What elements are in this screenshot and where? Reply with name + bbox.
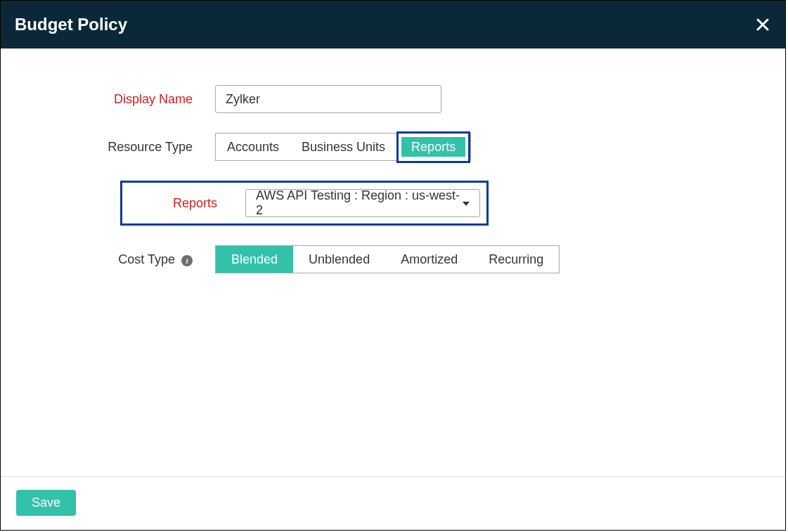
resource-type-business-units[interactable]: Business Units	[290, 134, 396, 160]
modal-header: Budget Policy	[1, 1, 785, 48]
info-icon[interactable]: i	[181, 255, 193, 266]
close-icon[interactable]	[754, 16, 771, 33]
resource-type-group: Accounts Business Units Reports	[215, 133, 471, 161]
display-name-row: Display Name	[1, 85, 785, 113]
reports-highlight-box: Reports AWS API Testing : Region : us-we…	[120, 181, 489, 226]
budget-policy-modal: Budget Policy Display Name Resource Type…	[0, 0, 786, 531]
modal-footer: Save	[1, 476, 785, 530]
resource-type-reports[interactable]: Reports	[401, 137, 465, 157]
display-name-label: Display Name	[1, 92, 215, 107]
cost-type-group: Blended Unblended Amortized Recurring	[215, 245, 560, 273]
reports-label: Reports	[129, 196, 217, 211]
resource-type-accounts[interactable]: Accounts	[216, 134, 290, 160]
cost-type-label: Cost Type i	[1, 252, 215, 267]
caret-down-icon	[463, 198, 470, 208]
cost-type-amortized[interactable]: Amortized	[385, 246, 473, 273]
display-name-input[interactable]	[215, 85, 441, 113]
cost-type-row: Cost Type i Blended Unblended Amortized …	[1, 245, 785, 273]
cost-type-unblended[interactable]: Unblended	[293, 246, 385, 273]
modal-title: Budget Policy	[15, 15, 127, 34]
save-button[interactable]: Save	[16, 490, 76, 516]
resource-type-row: Resource Type Accounts Business Units Re…	[1, 133, 785, 161]
cost-type-recurring[interactable]: Recurring	[473, 246, 559, 273]
cost-type-blended[interactable]: Blended	[216, 246, 293, 273]
resource-type-highlight-box: Reports	[396, 131, 470, 163]
resource-type-label: Resource Type	[1, 140, 215, 155]
reports-select[interactable]: AWS API Testing : Region : us-west-2	[245, 189, 480, 217]
reports-select-value: AWS API Testing : Region : us-west-2	[256, 188, 463, 218]
modal-body: Display Name Resource Type Accounts Busi…	[1, 48, 785, 476]
reports-row: Reports AWS API Testing : Region : us-we…	[120, 181, 489, 226]
